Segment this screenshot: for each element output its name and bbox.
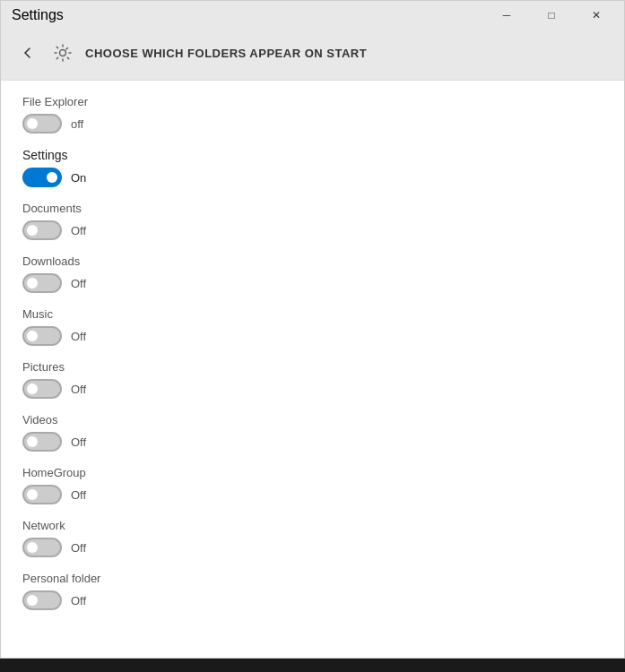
- toggle-row-personal: Personal folderOff: [22, 572, 603, 610]
- svg-point-0: [60, 50, 66, 56]
- state-file-explorer: off: [71, 117, 83, 131]
- title-bar: Settings ─ □ ✕: [1, 1, 624, 30]
- toggle-container-homegroup: Off: [22, 485, 603, 504]
- toggle-row-music: MusicOff: [22, 307, 603, 346]
- toggle-file-explorer[interactable]: [22, 114, 62, 134]
- taskbar-left: [0, 659, 296, 672]
- toggle-container-music: Off: [22, 326, 603, 346]
- label-documents: Documents: [22, 202, 603, 215]
- toggle-documents[interactable]: [22, 220, 62, 240]
- toggle-row-settings: SettingsOn: [22, 148, 603, 187]
- toggle-container-documents: Off: [22, 220, 603, 240]
- page-title: CHOOSE WHICH FOLDERS APPEAR ON START: [85, 47, 367, 60]
- toggle-personal[interactable]: [22, 590, 62, 610]
- toggle-row-file-explorer: File Exploreroff: [22, 95, 603, 134]
- label-music: Music: [22, 307, 603, 321]
- state-pictures: Off: [71, 383, 86, 396]
- state-homegroup: Off: [71, 488, 86, 502]
- toggle-row-documents: DocumentsOff: [22, 202, 603, 240]
- toggle-container-videos: Off: [22, 432, 603, 452]
- label-network: Network: [22, 519, 603, 532]
- window-title: Settings: [12, 7, 64, 23]
- minimize-button[interactable]: ─: [486, 1, 527, 30]
- toggle-container-personal: Off: [22, 590, 603, 610]
- maximize-button[interactable]: □: [531, 1, 572, 30]
- taskbar: [0, 659, 625, 672]
- toggle-settings[interactable]: [22, 168, 62, 187]
- toggle-container-network: Off: [22, 538, 603, 557]
- label-homegroup: HomeGroup: [22, 466, 603, 479]
- toggle-network[interactable]: [22, 538, 62, 557]
- toggle-container-downloads: Off: [22, 273, 603, 293]
- back-button[interactable]: [15, 40, 40, 65]
- toggle-row-pictures: PicturesOff: [22, 360, 603, 399]
- gear-icon: [53, 43, 73, 63]
- label-videos: Videos: [22, 413, 603, 426]
- toggle-row-network: NetworkOff: [22, 519, 603, 557]
- toggle-homegroup[interactable]: [22, 485, 62, 504]
- settings-window: Settings ─ □ ✕ CHOOSE WHICH FOLDERS APPE…: [0, 0, 625, 659]
- toggle-container-file-explorer: off: [22, 114, 603, 134]
- back-arrow-icon: [21, 46, 35, 60]
- toggle-row-homegroup: HomeGroupOff: [22, 466, 603, 504]
- toggle-music[interactable]: [22, 326, 62, 346]
- label-personal: Personal folder: [22, 572, 603, 585]
- state-network: Off: [71, 541, 86, 555]
- title-bar-controls: ─ □ ✕: [486, 1, 617, 30]
- content-area[interactable]: File ExploreroffSettingsOnDocumentsOffDo…: [1, 81, 624, 658]
- state-videos: Off: [71, 435, 86, 449]
- label-pictures: Pictures: [22, 360, 603, 374]
- toggle-videos[interactable]: [22, 432, 62, 452]
- toggle-container-settings: On: [22, 168, 603, 187]
- toggle-row-downloads: DownloadsOff: [22, 254, 603, 293]
- toggle-downloads[interactable]: [22, 273, 62, 293]
- label-file-explorer: File Explorer: [22, 95, 603, 108]
- state-documents: Off: [71, 224, 86, 237]
- state-music: Off: [71, 330, 86, 343]
- state-downloads: Off: [71, 277, 86, 290]
- close-button[interactable]: ✕: [576, 1, 617, 30]
- state-settings: On: [71, 171, 86, 185]
- state-personal: Off: [71, 594, 86, 607]
- toggle-pictures[interactable]: [22, 379, 62, 399]
- label-settings: Settings: [22, 148, 603, 162]
- title-bar-left: Settings: [12, 7, 64, 23]
- toggle-container-pictures: Off: [22, 379, 603, 399]
- label-downloads: Downloads: [22, 254, 603, 268]
- toggle-row-videos: VideosOff: [22, 413, 603, 452]
- page-header: CHOOSE WHICH FOLDERS APPEAR ON START: [1, 30, 624, 81]
